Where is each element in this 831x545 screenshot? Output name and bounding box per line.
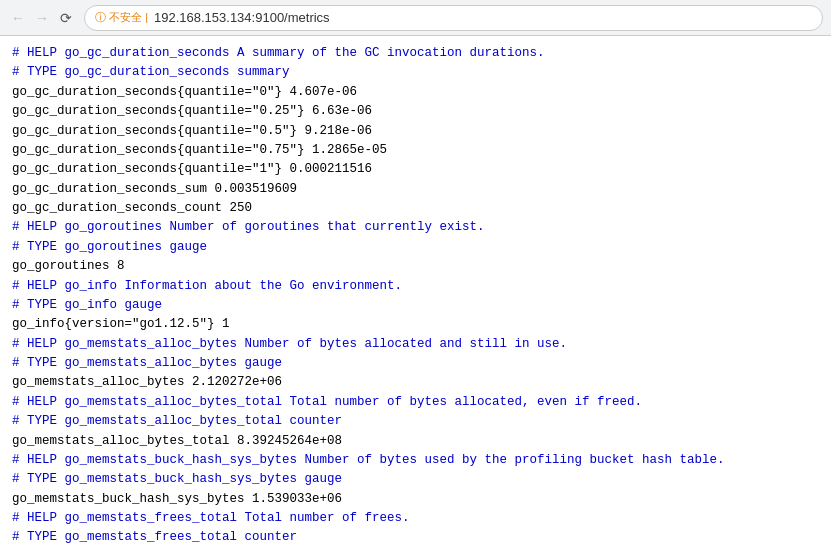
metrics-line: go_gc_duration_seconds{quantile="0.5"} 9… <box>12 122 819 141</box>
nav-buttons: ← → ⟳ <box>8 8 76 28</box>
metrics-line: # HELP go_memstats_buck_hash_sys_bytes N… <box>12 451 819 470</box>
metrics-line: # HELP go_goroutines Number of goroutine… <box>12 218 819 237</box>
metrics-line: # TYPE go_gc_duration_seconds summary <box>12 63 819 82</box>
metrics-line: # TYPE go_memstats_frees_total counter <box>12 528 819 545</box>
metrics-line: go_gc_duration_seconds_sum 0.003519609 <box>12 180 819 199</box>
forward-button[interactable]: → <box>32 8 52 28</box>
metrics-line: # TYPE go_info gauge <box>12 296 819 315</box>
metrics-line: # HELP go_memstats_alloc_bytes_total Tot… <box>12 393 819 412</box>
metrics-content: # HELP go_gc_duration_seconds A summary … <box>0 36 831 545</box>
metrics-line: go_gc_duration_seconds_count 250 <box>12 199 819 218</box>
metrics-line: # HELP go_gc_duration_seconds A summary … <box>12 44 819 63</box>
browser-toolbar: ← → ⟳ ⓘ 不安全 | 192.168.153.134:9100/metri… <box>0 0 831 36</box>
metrics-line: # TYPE go_memstats_buck_hash_sys_bytes g… <box>12 470 819 489</box>
separator: | <box>145 11 148 23</box>
security-icon: ⓘ 不安全 | <box>95 10 148 25</box>
metrics-line: # TYPE go_goroutines gauge <box>12 238 819 257</box>
insecure-label: 不安全 <box>109 11 142 23</box>
metrics-line: # TYPE go_memstats_alloc_bytes gauge <box>12 354 819 373</box>
refresh-button[interactable]: ⟳ <box>56 8 76 28</box>
metrics-line: go_goroutines 8 <box>12 257 819 276</box>
metrics-line: go_memstats_buck_hash_sys_bytes 1.539033… <box>12 490 819 509</box>
metrics-line: # HELP go_info Information about the Go … <box>12 277 819 296</box>
metrics-line: go_gc_duration_seconds{quantile="0"} 4.6… <box>12 83 819 102</box>
metrics-line: # TYPE go_memstats_alloc_bytes_total cou… <box>12 412 819 431</box>
metrics-line: go_gc_duration_seconds{quantile="0.25"} … <box>12 102 819 121</box>
back-button[interactable]: ← <box>8 8 28 28</box>
metrics-line: go_gc_duration_seconds{quantile="0.75"} … <box>12 141 819 160</box>
lock-icon: ⓘ <box>95 11 106 23</box>
url-text: 192.168.153.134:9100/metrics <box>154 10 812 25</box>
address-bar[interactable]: ⓘ 不安全 | 192.168.153.134:9100/metrics <box>84 5 823 31</box>
metrics-line: # HELP go_memstats_frees_total Total num… <box>12 509 819 528</box>
metrics-line: go_info{version="go1.12.5"} 1 <box>12 315 819 334</box>
metrics-line: go_memstats_alloc_bytes_total 8.39245264… <box>12 432 819 451</box>
metrics-line: # HELP go_memstats_alloc_bytes Number of… <box>12 335 819 354</box>
metrics-line: go_gc_duration_seconds{quantile="1"} 0.0… <box>12 160 819 179</box>
metrics-line: go_memstats_alloc_bytes 2.120272e+06 <box>12 373 819 392</box>
